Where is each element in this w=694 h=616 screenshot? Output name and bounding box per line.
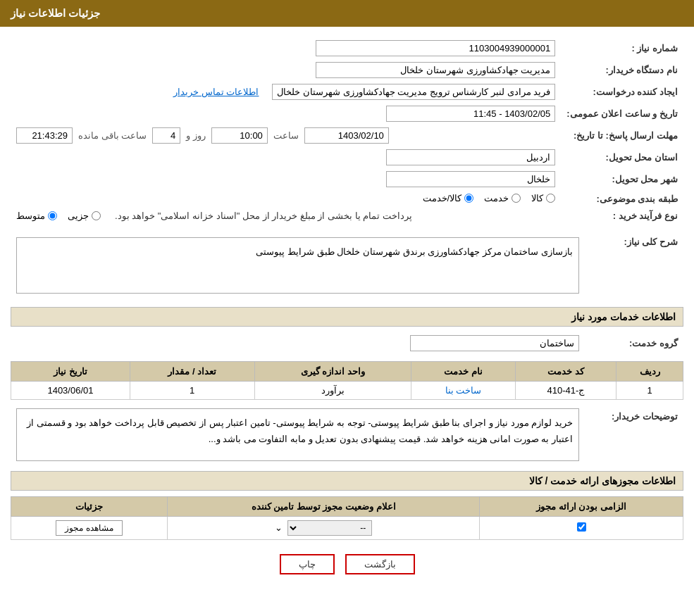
deadline-date: 1403/02/10 xyxy=(304,127,389,144)
category-kala-khedmat[interactable]: کالا/خدمت xyxy=(423,193,474,203)
city-label: شهر محل تحویل: xyxy=(561,168,683,190)
buyer-org-value: مدیریت جهادکشاورزی شهرستان خلخال xyxy=(11,59,561,81)
requester-value: فرید مرادی لنبر کارشناس ترویج مدیریت جها… xyxy=(11,81,561,103)
radio-kala[interactable] xyxy=(546,194,555,203)
cell-code: ج-41-410 xyxy=(515,382,616,400)
process-jozi[interactable]: جزیی xyxy=(68,210,101,221)
process-motavas[interactable]: متوسط xyxy=(16,210,57,221)
radio-motavas-label: متوسط xyxy=(16,210,45,221)
buyer-org-label: نام دستگاه خریدار: xyxy=(561,59,683,81)
service-name-link[interactable]: ساخت بنا xyxy=(445,385,482,396)
announce-date-value: 1403/02/05 - 11:45 xyxy=(11,103,561,125)
col-unit: واحد اندازه گیری xyxy=(254,362,411,382)
table-row: -- ⌄ مشاهده مجوز xyxy=(11,517,683,540)
buyer-notes-table: توضیحات خریدار: خرید لوازم مورد نیاز و ا… xyxy=(11,406,683,464)
city-display: خلخال xyxy=(386,171,555,187)
col-code: کد خدمت xyxy=(515,362,616,382)
radio-khedmat-label: خدمت xyxy=(484,193,509,203)
need-desc-label: شرح کلی نیاز: xyxy=(585,231,683,300)
cell-required xyxy=(480,517,683,540)
need-desc-cell: بازسازی ساختمان مرکز جهادکشاورزی برندق ش… xyxy=(11,231,585,300)
deadline-remaining-label: ساعت باقی مانده xyxy=(78,130,147,141)
category-label: طبقه بندی موضوعی: xyxy=(561,190,683,208)
service-group-label: گروه خدمت: xyxy=(585,332,683,354)
page-title: جزئیات اطلاعات نیاز xyxy=(11,7,100,19)
service-group-value: ساختمان xyxy=(11,332,585,354)
buyer-org-display: مدیریت جهادکشاورزی شهرستان خلخال xyxy=(316,62,555,78)
province-label: استان محل تحویل: xyxy=(561,146,683,168)
view-permit-button[interactable]: مشاهده مجوز xyxy=(56,520,122,536)
radio-motavas[interactable] xyxy=(48,211,57,220)
response-deadline-label: مهلت ارسال پاسخ: تا تاریخ: xyxy=(561,125,683,146)
requester-label: ایجاد کننده درخواست: xyxy=(561,81,683,103)
services-section-title: اطلاعات خدمات مورد نیاز xyxy=(11,307,683,327)
permit-required-checkbox[interactable] xyxy=(577,522,586,532)
col-row: ردیف xyxy=(616,362,683,382)
deadline-row: 1403/02/10 ساعت 10:00 روز و 4 ساعت باقی … xyxy=(11,125,561,146)
buyer-notes-label: توضیحات خریدار: xyxy=(585,406,683,464)
need-desc-table: شرح کلی نیاز: بازسازی ساختمان مرکز جهادک… xyxy=(11,231,683,300)
cell-qty: 1 xyxy=(130,382,254,400)
page-header: جزئیات اطلاعات نیاز xyxy=(0,0,694,27)
service-group-table: گروه خدمت: ساختمان xyxy=(11,332,683,354)
deadline-remaining: 21:43:29 xyxy=(16,127,73,144)
announce-date-display: 1403/02/05 - 11:45 xyxy=(386,106,555,122)
need-number-label: شماره نیاز : xyxy=(561,37,683,59)
deadline-days: 4 xyxy=(152,127,180,144)
radio-kala-label: کالا xyxy=(531,193,543,203)
col-required: الزامی بودن ارائه مجوز xyxy=(480,497,683,517)
page-wrapper: جزئیات اطلاعات نیاز شماره نیاز : 1103004… xyxy=(0,0,694,616)
process-type-row: پرداخت تمام یا بخشی از مبلغ خریدار از مح… xyxy=(11,208,561,224)
category-khedmat[interactable]: خدمت xyxy=(484,193,521,203)
footer-buttons: بازگشت چاپ xyxy=(11,554,683,574)
radio-khedmat[interactable] xyxy=(512,194,521,203)
need-number-display: 1103004939000001 xyxy=(316,40,555,56)
col-qty: تعداد / مقدار xyxy=(130,362,254,382)
cell-details: مشاهده مجوز xyxy=(11,517,168,540)
city-value: خلخال xyxy=(11,168,561,190)
category-options: کالا خدمت کالا/خدمت xyxy=(11,190,561,208)
contact-link[interactable]: اطلاعات تماس خریدار xyxy=(173,87,259,97)
col-status: اعلام وضعیت مجوز توسط تامین کننده xyxy=(168,497,480,517)
deadline-time: 10:00 xyxy=(211,127,268,144)
col-name: نام خدمت xyxy=(411,362,515,382)
cell-date: 1403/06/01 xyxy=(11,382,130,400)
main-content: شماره نیاز : 1103004939000001 نام دستگاه… xyxy=(0,27,694,599)
announce-date-label: تاریخ و ساعت اعلان عمومی: xyxy=(561,103,683,125)
buyer-notes-cell: خرید لوازم مورد نیاز و اجرای بنا طبق شرا… xyxy=(11,406,585,464)
requester-display: فرید مرادی لنبر کارشناس ترویج مدیریت جها… xyxy=(272,84,555,100)
radio-jozi-label: جزیی xyxy=(68,210,89,221)
cell-unit: برآورد xyxy=(254,382,411,400)
permits-section-label: اطلاعات مجوزهای ارائه خدمت / کالا xyxy=(11,471,683,491)
service-group-display: ساختمان xyxy=(410,335,579,351)
province-value: اردبیل xyxy=(11,146,561,168)
table-row: 1 ج-41-410 ساخت بنا برآورد 1 1403/06/01 xyxy=(11,382,683,400)
need-number-value: 1103004939000001 xyxy=(11,37,561,59)
cell-row: 1 xyxy=(616,382,683,400)
info-table: شماره نیاز : 1103004939000001 نام دستگاه… xyxy=(11,37,683,224)
back-button[interactable]: بازگشت xyxy=(345,554,415,574)
deadline-time-label: ساعت xyxy=(273,130,299,141)
permits-table: الزامی بودن ارائه مجوز اعلام وضعیت مجوز … xyxy=(11,496,683,540)
radio-kala-khedmat[interactable] xyxy=(464,194,473,203)
permit-status-select[interactable]: -- xyxy=(287,520,372,536)
col-date: تاریخ نیاز xyxy=(11,362,130,382)
services-table: ردیف کد خدمت نام خدمت واحد اندازه گیری ت… xyxy=(11,361,683,400)
col-details: جزئیات xyxy=(11,497,168,517)
province-display: اردبیل xyxy=(386,149,555,165)
cell-status: -- ⌄ xyxy=(168,517,480,540)
category-kala[interactable]: کالا xyxy=(531,193,555,203)
process-type-label: نوع فرآیند خرید : xyxy=(561,208,683,224)
print-button[interactable]: چاپ xyxy=(280,554,335,574)
radio-jozi[interactable] xyxy=(92,211,101,220)
buyer-notes-box: خرید لوازم مورد نیاز و اجرای بنا طبق شرا… xyxy=(16,408,579,461)
need-description-box: بازسازی ساختمان مرکز جهادکشاورزی برندق ش… xyxy=(16,237,579,294)
deadline-days-label: روز و xyxy=(186,130,206,141)
process-note: پرداخت تمام یا بخشی از مبلغ خریدار از مح… xyxy=(115,210,412,221)
cell-name: ساخت بنا xyxy=(411,382,515,400)
radio-kala-khedmat-label: کالا/خدمت xyxy=(423,193,462,203)
